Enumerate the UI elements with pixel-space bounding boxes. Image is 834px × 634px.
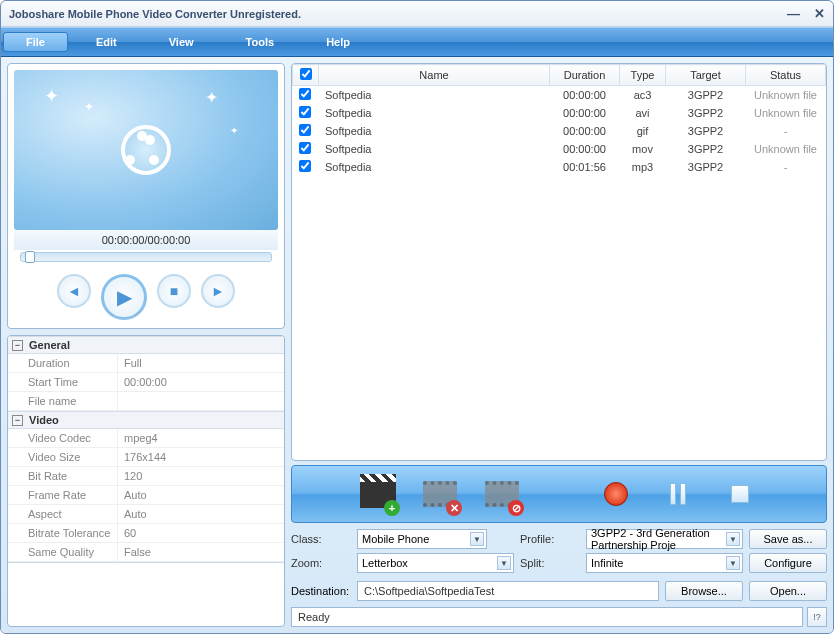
menu-tools[interactable]: Tools (220, 32, 301, 52)
menu-help[interactable]: Help (300, 32, 376, 52)
col-duration[interactable]: Duration (550, 65, 620, 86)
record-button[interactable] (596, 474, 636, 514)
profile-combo[interactable]: 3GPP2 - 3rd Generation Partnership Proje… (586, 529, 743, 549)
table-row[interactable]: Softpedia00:00:00avi3GPP2Unknown file (293, 104, 826, 122)
cell-duration: 00:00:00 (550, 104, 620, 122)
preview-panel: ✦ ✦ ✦ ✦ 00:00:00/00:00:00 ◄ ▶ ■ ► (7, 63, 285, 329)
file-list: Name Duration Type Target Status Softped… (291, 63, 827, 461)
destination-field[interactable]: C:\Softpedia\SoftpediaTest (357, 581, 659, 601)
row-check[interactable] (299, 124, 311, 136)
split-combo[interactable]: Infinite▼ (586, 553, 743, 573)
prop-row: Same QualityFalse (8, 543, 284, 562)
check-all[interactable] (300, 68, 312, 80)
clear-files-button[interactable]: ⊘ (482, 474, 522, 514)
record-icon (604, 482, 628, 506)
remove-file-button[interactable]: ✕ (420, 474, 460, 514)
cell-status: - (746, 122, 826, 140)
cell-type: avi (620, 104, 666, 122)
cell-status: - (746, 158, 826, 176)
delete-badge-icon: ✕ (446, 500, 462, 516)
cell-status: Unknown file (746, 104, 826, 122)
prop-row: Video Codecmpeg4 (8, 429, 284, 448)
table-row[interactable]: Softpedia00:00:00gif3GPP2- (293, 122, 826, 140)
cell-status: Unknown file (746, 140, 826, 158)
menu-file[interactable]: File (3, 32, 68, 52)
cell-target: 3GPP2 (666, 140, 746, 158)
sparkle-icon: ✦ (44, 85, 59, 107)
collapse-icon[interactable]: − (12, 340, 23, 351)
cell-name: Softpedia (319, 158, 550, 176)
destination-row: Destination: C:\Softpedia\SoftpediaTest … (291, 579, 827, 603)
cell-type: mp3 (620, 158, 666, 176)
save-as-button[interactable]: Save as... (749, 529, 827, 549)
row-check[interactable] (299, 160, 311, 172)
seek-slider[interactable] (20, 252, 272, 262)
row-check[interactable] (299, 88, 311, 100)
prop-row: Frame RateAuto (8, 486, 284, 505)
cell-status: Unknown file (746, 86, 826, 105)
seek-thumb[interactable] (25, 251, 35, 263)
time-display: 00:00:00/00:00:00 (14, 230, 278, 250)
window-buttons: — ✕ (787, 6, 825, 21)
help-button[interactable]: !? (807, 607, 827, 627)
table-row[interactable]: Softpedia00:01:56mp33GPP2- (293, 158, 826, 176)
next-button[interactable]: ► (201, 274, 235, 308)
zoom-label: Zoom: (291, 557, 351, 569)
pause-button[interactable] (658, 474, 698, 514)
row-check[interactable] (299, 106, 311, 118)
col-type[interactable]: Type (620, 65, 666, 86)
chevron-down-icon: ▼ (470, 532, 484, 546)
left-pane: ✦ ✦ ✦ ✦ 00:00:00/00:00:00 ◄ ▶ ■ ► − Gene… (7, 63, 285, 627)
col-status[interactable]: Status (746, 65, 826, 86)
col-name[interactable]: Name (319, 65, 550, 86)
menu-edit[interactable]: Edit (70, 32, 143, 52)
cell-target: 3GPP2 (666, 86, 746, 105)
status-message: Ready (291, 607, 803, 627)
profile-label: Profile: (520, 533, 580, 545)
add-file-button[interactable]: + (358, 474, 398, 514)
main-area: ✦ ✦ ✦ ✦ 00:00:00/00:00:00 ◄ ▶ ■ ► − Gene… (1, 57, 833, 633)
configure-button[interactable]: Configure (749, 553, 827, 573)
preview-image: ✦ ✦ ✦ ✦ (14, 70, 278, 230)
film-reel-icon (121, 125, 171, 175)
stop-badge-icon: ⊘ (508, 500, 524, 516)
prop-row: DurationFull (8, 354, 284, 373)
collapse-icon[interactable]: − (12, 415, 23, 426)
open-button[interactable]: Open... (749, 581, 827, 601)
menu-view[interactable]: View (143, 32, 220, 52)
sparkle-icon: ✦ (205, 88, 218, 107)
zoom-combo[interactable]: Letterbox▼ (357, 553, 514, 573)
close-button[interactable]: ✕ (814, 6, 825, 21)
status-bar: Ready !? (291, 607, 827, 627)
cell-target: 3GPP2 (666, 104, 746, 122)
cell-target: 3GPP2 (666, 122, 746, 140)
menubar: File Edit View Tools Help (1, 27, 833, 57)
sparkle-icon: ✦ (230, 125, 238, 136)
col-target[interactable]: Target (666, 65, 746, 86)
prop-row: Start Time00:00:00 (8, 373, 284, 392)
window-title: Joboshare Mobile Phone Video Converter U… (9, 8, 787, 20)
chevron-down-icon: ▼ (726, 556, 740, 570)
minimize-button[interactable]: — (787, 6, 800, 21)
table-row[interactable]: Softpedia00:00:00ac33GPP2Unknown file (293, 86, 826, 105)
class-combo[interactable]: Mobile Phone▼ (357, 529, 487, 549)
cell-name: Softpedia (319, 104, 550, 122)
prev-button[interactable]: ◄ (57, 274, 91, 308)
playback-controls: ◄ ▶ ■ ► (14, 268, 278, 322)
stop-convert-button[interactable] (720, 474, 760, 514)
browse-button[interactable]: Browse... (665, 581, 743, 601)
table-row[interactable]: Softpedia00:00:00mov3GPP2Unknown file (293, 140, 826, 158)
add-badge-icon: + (384, 500, 400, 516)
cell-name: Softpedia (319, 140, 550, 158)
cell-duration: 00:01:56 (550, 158, 620, 176)
pause-icon (670, 483, 686, 505)
play-button[interactable]: ▶ (101, 274, 147, 320)
split-label: Split: (520, 557, 580, 569)
cell-name: Softpedia (319, 122, 550, 140)
cell-type: mov (620, 140, 666, 158)
action-toolbar: + ✕ ⊘ (291, 465, 827, 523)
stop-button[interactable]: ■ (157, 274, 191, 308)
row-check[interactable] (299, 142, 311, 154)
props-video-title: Video (29, 414, 59, 426)
file-table: Name Duration Type Target Status Softped… (292, 64, 826, 176)
